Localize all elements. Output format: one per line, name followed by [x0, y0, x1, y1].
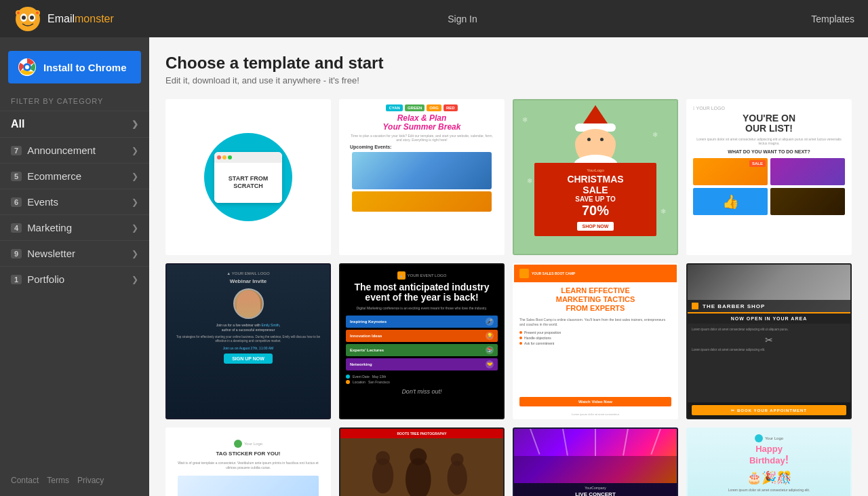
- bullet-dot: [519, 337, 522, 339]
- webinar-signup-button: SIGN UP NOW: [224, 354, 273, 364]
- like-icon: 👍: [722, 193, 739, 210]
- tag-orange: ORG: [427, 104, 441, 111]
- summer-tags: CYAN GREEN ORG RED: [386, 104, 457, 111]
- sidebar-events-left: 6 Events: [11, 196, 58, 208]
- logo-email-text: Email: [47, 13, 75, 24]
- concert-stage: [514, 456, 677, 483]
- tag-cyan: CYAN: [386, 104, 402, 111]
- barber-cta-icon: ✂: [731, 408, 735, 413]
- webinar-inner: ▲ YOUR EMAIL LOGO Webinar Invite Join us…: [167, 265, 330, 418]
- event-lectures-label: Experts' Lectures: [350, 348, 384, 352]
- sidebar-item-newsletter[interactable]: 9 Newsletter ❯: [0, 240, 149, 266]
- event-innovation-label: Innovation Ideas: [350, 334, 382, 338]
- sidebar-item-ecommerce[interactable]: 5 Ecommerce ❯: [0, 163, 149, 189]
- template-card-event[interactable]: ▲ YOUR EVENT LOGO The most anticipated i…: [339, 263, 505, 419]
- template-card-summer[interactable]: CYAN GREEN ORG RED Relax & PlanYour Summ…: [339, 99, 505, 255]
- birthday-logo-icon: [755, 434, 763, 442]
- concert-logo: YourCompany: [514, 483, 677, 491]
- marketing-title: LEARN EFFECTIVEMARKETING TACTICSFROM EXP…: [514, 282, 677, 315]
- el-images: SALE 👍: [693, 158, 845, 215]
- concert-light-5: [650, 429, 661, 455]
- el-question-text: WHAT DO YOU WANT TO DO NEXT?: [693, 149, 845, 154]
- sidebar-newsletter-left: 9 Newsletter: [11, 248, 75, 259]
- event-lectures-icon: 📚: [486, 346, 494, 354]
- install-chrome-button[interactable]: Install to Chrome: [8, 51, 141, 83]
- concert-company-text: LIVE CONCERT: [514, 491, 677, 496]
- webinar-logo: ▲ YOUR EMAIL LOGO: [226, 271, 269, 275]
- event-details: Event Date May 13th Location San Francis…: [346, 375, 498, 384]
- tag-green: GREEN: [405, 104, 425, 111]
- template-card-scratch[interactable]: START FROMSCRATCH: [165, 99, 331, 255]
- template-card-emaillist[interactable]:  YOUR LOGO YOU'RE ONOUR LIST! Lorem ips…: [686, 99, 852, 255]
- barber-body-text-2: Lorem ipsum dolor sit amet consectetur a…: [692, 348, 846, 352]
- sidebar-all-label: All: [11, 118, 24, 130]
- event-row-innovation: Innovation Ideas 💡: [346, 330, 498, 342]
- sidebar-item-events[interactable]: 6 Events ❯: [0, 189, 149, 214]
- install-button-label: Install to Chrome: [43, 62, 127, 73]
- chevron-right-icon: ❯: [132, 146, 138, 155]
- sidebar-item-announcement[interactable]: 7 Announcement ❯: [0, 137, 149, 163]
- event-keynotes-icon: 🎤: [486, 318, 494, 326]
- event-innovation-icon: 💡: [486, 332, 494, 340]
- template-grid: START FROMSCRATCH CYAN GREEN ORG RED Rel…: [165, 99, 852, 496]
- event-location-dot: [346, 380, 350, 384]
- template-card-concert[interactable]: YourCompany LIVE CONCERT Lorem ipsum dol…: [513, 427, 678, 496]
- footer-terms-link[interactable]: Terms: [47, 476, 69, 485]
- template-card-photography[interactable]: ROOTS TREE PHOTOGRAPHY: [339, 427, 505, 496]
- webinar-person: [237, 290, 260, 318]
- header-signin[interactable]: Sign In: [448, 14, 477, 24]
- footer-privacy-link[interactable]: Privacy: [77, 476, 104, 485]
- snowflake: ❄: [652, 131, 658, 138]
- sidebar-item-all[interactable]: All ❯: [0, 111, 149, 137]
- marketing-header-icon: [519, 269, 529, 278]
- template-card-christmas[interactable]: ❄ ❄ ❄ ❄ ✦ ✦: [513, 99, 678, 255]
- announcement-badge: 7: [11, 146, 22, 155]
- dot-green: [228, 155, 232, 159]
- sale-subtitle: Save up to: [542, 195, 648, 203]
- marketing-bullet-2: Handle objections: [519, 335, 671, 341]
- logo-icon: [14, 5, 42, 33]
- footer-contact-link[interactable]: Contact: [11, 476, 39, 485]
- chevron-right-icon: ❯: [132, 197, 138, 207]
- template-card-barber[interactable]: THE BARBER SHOP NOW OPEN IN YOUR AREA Lo…: [686, 263, 852, 419]
- sale-badge: SALE: [749, 160, 766, 167]
- birthday-title: HappyBirthday!: [749, 444, 789, 466]
- event-location-label: Location: [353, 380, 366, 384]
- sidebar-ecommerce-left: 5 Ecommerce: [11, 170, 81, 182]
- event-date-label: Event Date: [353, 375, 370, 379]
- template-card-webinar[interactable]: ▲ YOUR EMAIL LOGO Webinar Invite Join us…: [165, 263, 331, 419]
- event-networking-label: Networking: [350, 362, 372, 366]
- birthday-body: Lorem ipsum dolor sit amet consectetur a…: [728, 488, 810, 493]
- event-location-row: Location San Francisco: [346, 380, 498, 384]
- el-desc: Lorem ipsum dolor sit amet consectetur a…: [693, 137, 845, 145]
- santa-eye-left: [587, 138, 591, 141]
- template-card-thankyou[interactable]: Your Logo TAG STICKER FOR YOU! Wait is o…: [165, 427, 331, 496]
- ty-logo-icon: [234, 440, 242, 448]
- marketing-badge: 4: [11, 223, 22, 233]
- chevron-right-icon: ❯: [132, 119, 138, 129]
- logo-monster-text: monster: [75, 13, 114, 24]
- chevron-right-icon: ❯: [132, 172, 138, 181]
- marketing-inner: YOUR SALES BOOT CAMP LEARN EFFECTIVEMARK…: [514, 265, 677, 418]
- sidebar-item-marketing[interactable]: 4 Marketing ❯: [0, 214, 149, 240]
- sidebar-ecommerce-label: Ecommerce: [27, 170, 81, 182]
- ty-title: TAG STICKER FOR YOU!: [216, 451, 281, 457]
- event-logo: ▲ YOUR EVENT LOGO: [397, 271, 447, 280]
- svg-point-17: [410, 449, 427, 465]
- template-card-marketing[interactable]: YOUR SALES BOOT CAMP LEARN EFFECTIVEMARK…: [513, 263, 678, 419]
- sidebar-announcement-left: 7 Announcement: [11, 145, 96, 156]
- event-networking-icon: 🤝: [486, 360, 494, 368]
- svg-point-19: [451, 453, 464, 466]
- ty-body: Wait is of great template a consectetur.…: [178, 461, 319, 470]
- header: Emailmonster Sign In Templates: [0, 0, 868, 37]
- photo-main-image: Studio Photos: [340, 438, 503, 496]
- template-card-birthday[interactable]: Your Logo HappyBirthday! 🎂🎉🎊 Lorem ipsum…: [686, 427, 852, 496]
- svg-point-3: [22, 16, 26, 20]
- emaillist-inner:  YOUR LOGO YOU'RE ONOUR LIST! Lorem ips…: [693, 106, 845, 248]
- event-subtitle: Digital Marketing conference is an excit…: [357, 306, 488, 310]
- marketing-footer: Lorem ipsum dolor sit amet consectetur: [514, 411, 677, 418]
- chevron-right-icon: ❯: [132, 275, 138, 284]
- sidebar-item-portfolio[interactable]: 1 Portfolio ❯: [0, 266, 149, 292]
- sidebar-announcement-label: Announcement: [27, 145, 96, 156]
- sidebar-portfolio-label: Portfolio: [27, 273, 64, 285]
